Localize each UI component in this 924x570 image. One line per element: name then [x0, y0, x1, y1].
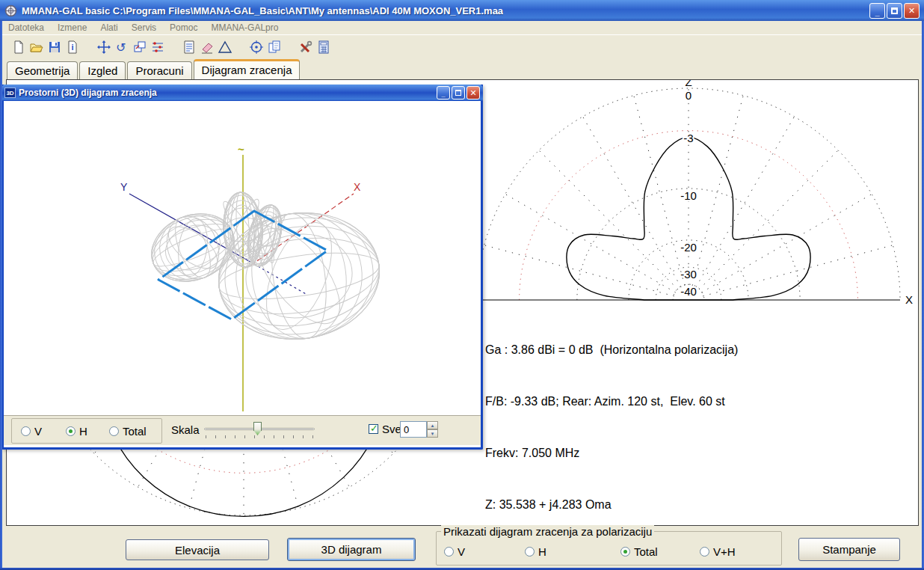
tab-dijagram-zracenja[interactable]: Dijagram zracenja: [194, 59, 301, 79]
scale-slider-ticks: [206, 435, 316, 438]
radio-total[interactable]: Total: [620, 545, 658, 558]
toolbar: i ↺: [2, 34, 922, 59]
optimize-target-icon[interactable]: [247, 38, 265, 56]
toolbar-separator: [234, 47, 247, 48]
radio-v-plus-h[interactable]: V+H: [700, 545, 736, 558]
radio-v[interactable]: V: [444, 545, 465, 558]
dialog-close-button[interactable]: ✕: [466, 86, 480, 99]
move-icon[interactable]: [95, 38, 113, 56]
svg-text:X: X: [905, 293, 913, 306]
svg-text:-20: -20: [680, 241, 697, 254]
svg-text:-3: -3: [683, 132, 693, 144]
angle-spinner: 0 ▲ ▼: [400, 421, 438, 438]
stampanje-button[interactable]: Stampanje: [798, 538, 900, 561]
tools-icon[interactable]: [297, 38, 315, 56]
window-border-left: [0, 19, 2, 570]
wireframe-3d-canvas: ~YX: [4, 101, 481, 415]
cascade-windows-icon[interactable]: [131, 38, 149, 56]
radio-circle: [21, 426, 31, 436]
spinner-up-button[interactable]: ▲: [427, 421, 438, 429]
dialog-minimize-button[interactable]: _: [437, 86, 450, 99]
eraser-icon[interactable]: [198, 38, 216, 56]
radio-label: Total: [123, 425, 147, 438]
view-text-icon[interactable]: [180, 38, 198, 56]
file-info-icon[interactable]: i: [64, 38, 81, 56]
radio-label: Total: [634, 545, 658, 558]
calculate-icon[interactable]: [315, 38, 333, 56]
dialog-title: Prostorni (3D) dijagram zracenja: [19, 88, 157, 98]
svg-text:~: ~: [238, 143, 244, 156]
svg-text:X: X: [354, 181, 361, 193]
svg-text:-30: -30: [680, 268, 697, 281]
tab-proracuni[interactable]: Proracuni: [127, 61, 191, 79]
radio-circle: [525, 547, 535, 557]
checkbox-label: Sve: [382, 423, 401, 435]
svg-text:↺: ↺: [116, 41, 126, 54]
spinner-value[interactable]: 0: [400, 421, 427, 438]
title-bar[interactable]: MMANA-GAL basic C:\Program Files\MMANA-G…: [0, 0, 924, 21]
bottom-bar: Elevacija 3D dijagram Prikazati dijagram…: [2, 526, 922, 568]
svg-text:-10: -10: [680, 189, 697, 202]
radio-label: V: [34, 425, 42, 438]
svg-text:Z: Z: [685, 80, 692, 88]
tab-strip: Geometrija Izgled Proracuni Dijagram zra…: [2, 59, 922, 79]
dialog-maximize-button[interactable]: [452, 86, 465, 99]
radio-h-3d[interactable]: H: [66, 425, 87, 438]
result-line-impedance: Z: 35.538 + j4.283 Oma: [485, 496, 738, 513]
rotate-icon[interactable]: ↺: [113, 38, 131, 56]
3d-dijagram-button[interactable]: 3D dijagram: [287, 538, 416, 561]
radio-label: V: [458, 545, 465, 558]
radio-label: H: [79, 425, 87, 438]
svg-text:0: 0: [686, 89, 692, 102]
close-button[interactable]: ✕: [904, 3, 920, 19]
menu-mmana-galpro[interactable]: MMANA-GALpro: [211, 22, 278, 33]
toolbar-separator: [81, 47, 95, 48]
radio-total-3d[interactable]: Total: [109, 425, 147, 438]
dialog-3d-icon: 3D: [4, 88, 16, 98]
menu-pomoc[interactable]: Pomoc: [170, 22, 197, 33]
radio-v-3d[interactable]: V: [21, 425, 42, 438]
minimize-button[interactable]: _: [869, 3, 885, 19]
radio-circle: [444, 547, 454, 557]
menu-bar: Datoteka Izmene Alati Servis Pomoc MMANA…: [2, 21, 922, 34]
svg-text:-40: -40: [680, 285, 697, 298]
radio-h[interactable]: H: [525, 545, 546, 558]
tab-izgled[interactable]: Izgled: [79, 61, 126, 79]
menu-servis[interactable]: Servis: [132, 22, 156, 33]
open-folder-icon[interactable]: [28, 38, 46, 56]
radio-label: H: [538, 545, 546, 558]
radio-circle: [620, 547, 630, 557]
radio-circle: [66, 426, 76, 436]
maximize-button[interactable]: [887, 3, 902, 19]
polarization-group: Prikazati dijagram zracenja za polarizac…: [436, 531, 782, 566]
window-title: MMANA-GAL basic C:\Program Files\MMANA-G…: [22, 5, 503, 16]
save-icon[interactable]: [46, 38, 64, 56]
menu-izmene[interactable]: Izmene: [58, 22, 87, 33]
tab-geometrija[interactable]: Geometrija: [7, 61, 78, 79]
result-line-freq: Frekv: 7.050 MHz: [485, 444, 738, 462]
wire-edit-icon[interactable]: [149, 38, 167, 56]
radio-circle: [109, 426, 119, 436]
toolbar-separator: [167, 47, 180, 48]
toolbar-separator: [283, 47, 297, 48]
menu-datoteka[interactable]: Datoteka: [8, 22, 44, 33]
new-file-icon[interactable]: [10, 38, 28, 56]
sve-checkbox[interactable]: Sve: [369, 423, 401, 435]
dialog-controls: V H Total Skala Sve 0 ▲ ▼: [4, 415, 481, 445]
pattern-3d-view[interactable]: ~YX: [4, 101, 481, 415]
result-line-gain: Ga : 3.86 dBi = 0 dB (Horizontalna polar…: [485, 341, 738, 358]
copy-icon[interactable]: [265, 38, 283, 56]
app-icon: [4, 4, 17, 17]
polarization-group-title: Prikazati dijagram zracenja za polarizac…: [441, 525, 654, 538]
elevacija-button[interactable]: Elevacija: [126, 539, 269, 560]
scale-slider-thumb[interactable]: [253, 422, 262, 435]
dialog-title-bar[interactable]: 3D Prostorni (3D) dijagram zracenja _ ✕: [1, 85, 483, 101]
radio-label: V+H: [713, 545, 736, 558]
svg-text:Y: Y: [120, 181, 128, 193]
spinner-down-button[interactable]: ▼: [427, 429, 438, 438]
polarization-group-3d: V H Total: [11, 418, 162, 444]
result-line-fb: F/B: -9.33 dB; Rear: Azim. 120 st, Elev.…: [485, 393, 738, 410]
menu-alati[interactable]: Alati: [100, 22, 117, 33]
dialog-3d-pattern: 3D Prostorni (3D) dijagram zracenja _ ✕ …: [1, 85, 483, 450]
triangle-icon[interactable]: [216, 38, 234, 56]
